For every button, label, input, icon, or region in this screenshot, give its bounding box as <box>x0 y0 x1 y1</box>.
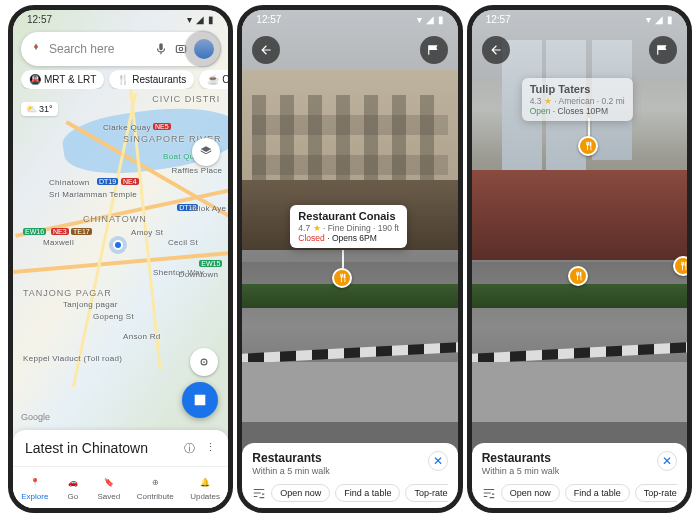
svg-point-4 <box>203 361 205 363</box>
poi-pin-3[interactable] <box>673 256 692 276</box>
close-button[interactable]: ✕ <box>428 451 448 471</box>
info-icon[interactable]: ⓘ <box>184 441 195 456</box>
arrow-left-icon <box>259 43 273 57</box>
poi-name: Tulip Taters <box>530 83 625 95</box>
layers-icon <box>199 145 213 159</box>
tune-icon[interactable] <box>252 486 266 500</box>
label-chinatown: CHINATOWN <box>83 214 147 224</box>
mic-icon[interactable] <box>154 42 168 56</box>
status-time: 12:57 <box>256 14 281 25</box>
poi-pin-2[interactable] <box>568 266 588 286</box>
category-chip-row[interactable]: 🚇MRT & LRT 🍴Restaurants ☕Coffee ⛽ <box>21 70 228 89</box>
label-mariamman: Sri Mariamman Temple <box>49 190 137 199</box>
poi-card-restaurant[interactable]: Restaurant Conais 4.7 ★ · Fine Dining · … <box>290 205 407 248</box>
signal-icon: ◢ <box>426 14 434 25</box>
results-sheet[interactable]: Restaurants Within a 5 min walk ✕ Open n… <box>242 443 457 508</box>
current-location-dot <box>113 240 123 250</box>
chip-find-table[interactable]: Find a table <box>565 484 630 502</box>
pill-ew15: EW15 <box>199 260 222 267</box>
svg-point-2 <box>180 47 184 51</box>
latest-title: Latest in Chinatown <box>25 440 148 456</box>
chip-find-table[interactable]: Find a table <box>335 484 400 502</box>
search-placeholder: Search here <box>49 42 148 56</box>
filter-row: Open now Find a table Top-rated More <box>482 484 677 502</box>
battery-icon: ▮ <box>438 14 444 25</box>
poi-status: Closed · Opens 6PM <box>298 233 399 243</box>
pill-ne5: NE5 <box>153 123 171 130</box>
car-icon: 🚗 <box>65 475 81 491</box>
pin-icon: 📍 <box>27 475 43 491</box>
nav-explore[interactable]: 📍Explore <box>21 475 48 501</box>
nav-go[interactable]: 🚗Go <box>65 475 81 501</box>
poi-meta: 4.3 ★ · American · 0.2 mi <box>530 96 625 106</box>
bell-icon: 🔔 <box>197 475 213 491</box>
chip-top-rated[interactable]: Top-rated <box>635 484 677 502</box>
tune-icon[interactable] <box>482 486 496 500</box>
poi-card-tulip[interactable]: Tulip Taters 4.3 ★ · American · 0.2 mi O… <box>522 78 633 121</box>
poi-pin[interactable] <box>578 136 598 156</box>
pill-ew16: EW16 <box>23 228 46 235</box>
phone-maps-list: 12:57 ▾ ◢ ▮ Search here 🚇MRT & LRT 🍴Rest… <box>8 5 233 513</box>
more-icon[interactable]: ⋮ <box>205 441 216 456</box>
fork-knife-icon <box>337 273 347 283</box>
chip-coffee[interactable]: ☕Coffee <box>199 70 228 89</box>
bookmark-icon: 🔖 <box>101 475 117 491</box>
pill-ne4: NE4 <box>121 178 139 185</box>
wifi-icon: ▾ <box>417 14 422 25</box>
bottom-nav: 📍Explore 🚗Go 🔖Saved ⊕Contribute 🔔Updates <box>13 466 228 508</box>
poi-status: Open · Closes 10PM <box>530 106 625 116</box>
status-bar: 12:57 ▾ ◢ ▮ <box>13 10 228 28</box>
signal-icon: ◢ <box>196 14 204 25</box>
chip-top-rated[interactable]: Top-rated <box>405 484 447 502</box>
label-cecil: Cecil St <box>168 238 198 247</box>
status-time: 12:57 <box>27 14 52 25</box>
status-bar: 12:57 ▾◢▮ <box>472 10 687 28</box>
label-clarke: Clarke Quay <box>103 123 151 132</box>
sheet-subtitle: Within a 5 min walk <box>252 466 330 476</box>
label-downtown: Downtown <box>179 270 219 279</box>
maps-logo-icon <box>29 42 43 56</box>
battery-icon: ▮ <box>208 14 214 25</box>
close-button[interactable]: ✕ <box>657 451 677 471</box>
status-time: 12:57 <box>486 14 511 25</box>
chip-restaurants[interactable]: 🍴Restaurants <box>109 70 194 89</box>
google-attribution: Google <box>21 412 50 422</box>
flag-icon <box>656 43 670 57</box>
weather-chip[interactable]: ⛅31° <box>21 102 58 116</box>
label-chinatown-sta: Chinatown <box>49 178 90 187</box>
poi-name: Restaurant Conais <box>298 210 399 222</box>
nav-updates[interactable]: 🔔Updates <box>190 475 220 501</box>
poi-pin[interactable] <box>332 268 352 288</box>
label-amoy: Amoy St <box>131 228 163 237</box>
filter-row: Open now Find a table Top-rated More <box>252 484 447 502</box>
flag-icon <box>427 43 441 57</box>
feedback-button[interactable] <box>420 36 448 64</box>
fork-knife-icon <box>583 141 593 151</box>
label-raffles: Raffles Place <box>171 166 222 175</box>
directions-icon <box>191 391 209 409</box>
star-icon: ★ <box>313 223 321 233</box>
label-anson: Anson Rd <box>123 332 161 341</box>
status-bar: 12:57 ▾◢▮ <box>242 10 457 28</box>
back-button[interactable] <box>482 36 510 64</box>
latest-sheet[interactable]: Latest in Chinatown ⓘ ⋮ <box>13 430 228 466</box>
pill-te17: TE17 <box>71 228 92 235</box>
chip-mrt[interactable]: 🚇MRT & LRT <box>21 70 104 89</box>
label-tanjongp: Tanjong pagar <box>63 300 118 309</box>
pill-ne3: NE3 <box>51 228 69 235</box>
label-civic: CIVIC DISTRI <box>152 94 220 104</box>
feedback-button[interactable] <box>649 36 677 64</box>
nav-saved[interactable]: 🔖Saved <box>97 475 120 501</box>
fork-knife-icon <box>573 271 583 281</box>
chip-open-now[interactable]: Open now <box>271 484 330 502</box>
chip-open-now[interactable]: Open now <box>501 484 560 502</box>
results-sheet[interactable]: Restaurants Within a 5 min walk ✕ Open n… <box>472 443 687 508</box>
label-telok: Telok Aye <box>190 204 227 213</box>
label-maxwell: Maxwell <box>43 238 74 247</box>
camera-feed <box>242 10 457 508</box>
pill-dt19: DT19 <box>97 178 118 185</box>
wifi-icon: ▾ <box>187 14 192 25</box>
poi-meta: 4.7 ★ · Fine Dining · 190 ft <box>298 223 399 233</box>
nav-contribute[interactable]: ⊕Contribute <box>137 475 174 501</box>
phone-liveview-1: 12:57 ▾◢▮ Restaurant Conais 4.7 ★ · Fine… <box>237 5 462 513</box>
